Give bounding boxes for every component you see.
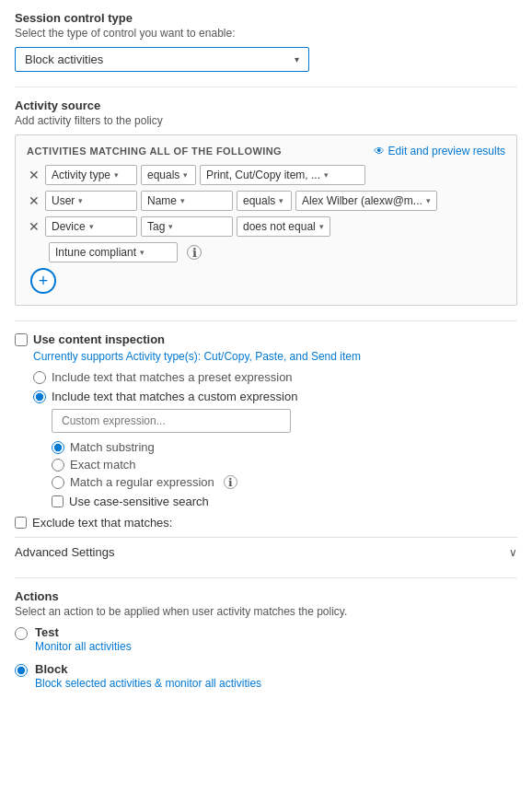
- filter-box-header: ACTIVITIES MATCHING ALL OF THE FOLLOWING…: [27, 145, 505, 157]
- exact-match-label[interactable]: Exact match: [70, 458, 136, 472]
- regex-info-icon: ℹ: [224, 475, 237, 489]
- content-type-radio-group: Include text that matches a preset expre…: [33, 370, 517, 508]
- action-radio-group: Test Monitor all activities Block Block …: [15, 625, 517, 690]
- action-block-content: Block Block selected activities & monito…: [35, 662, 261, 690]
- content-inspection-section: Use content inspection Currently support…: [15, 332, 517, 563]
- divider-3: [15, 577, 517, 578]
- match-substring-radio[interactable]: [52, 441, 64, 454]
- regex-match-label[interactable]: Match a regular expression: [70, 475, 214, 489]
- row2-col3-select[interactable]: equals ▾: [237, 191, 292, 211]
- filter-row-3-sub: Intune compliant ▾ ℹ: [49, 242, 505, 262]
- row3-col2-select[interactable]: Tag ▾: [141, 216, 233, 237]
- action-block-desc: Block selected activities & monitor all …: [35, 677, 261, 690]
- session-control-value: Block activities: [25, 52, 103, 66]
- content-inspection-checkbox-row: Use content inspection: [15, 332, 517, 346]
- action-test-row: Test Monitor all activities: [15, 625, 517, 653]
- filter-row-2: ✕ User ▾ Name ▾ equals ▾ Alex Wilber (al…: [27, 191, 505, 211]
- advanced-settings-toggle[interactable]: Advanced Settings ∨: [15, 537, 517, 563]
- session-control-chevron: ▾: [295, 54, 299, 64]
- action-block-label: Block: [35, 662, 261, 676]
- exclude-text-label[interactable]: Exclude text that matches:: [32, 516, 172, 530]
- remove-row-3-button[interactable]: ✕: [27, 220, 41, 233]
- filter-box: ACTIVITIES MATCHING ALL OF THE FOLLOWING…: [15, 134, 517, 306]
- match-substring-label[interactable]: Match substring: [70, 440, 155, 454]
- preset-label[interactable]: Include text that matches a preset expre…: [52, 370, 293, 384]
- activity-source-title: Activity source: [15, 99, 517, 112]
- row1-col1-select[interactable]: Activity type ▾: [45, 165, 137, 185]
- actions-desc: Select an action to be applied when user…: [15, 605, 517, 618]
- row2-col4-select[interactable]: Alex Wilber (alexw@m... ▾: [295, 191, 437, 211]
- content-inspection-checkbox[interactable]: [15, 333, 28, 346]
- custom-expression-input[interactable]: [52, 409, 291, 433]
- activity-source-desc: Add activity filters to the policy: [15, 114, 517, 127]
- divider-2: [15, 320, 517, 321]
- custom-radio[interactable]: [33, 390, 46, 403]
- regex-match-radio[interactable]: [52, 476, 64, 489]
- row3-intune-select[interactable]: Intune compliant ▾: [49, 242, 178, 262]
- row2-col1-select[interactable]: User ▾: [45, 191, 137, 211]
- preset-radio-row: Include text that matches a preset expre…: [33, 370, 517, 384]
- case-sensitive-label[interactable]: Use case-sensitive search: [69, 495, 209, 508]
- row1-col2-select[interactable]: equals ▾: [141, 165, 196, 185]
- remove-row-1-button[interactable]: ✕: [27, 169, 41, 181]
- info-icon: ℹ: [187, 245, 202, 260]
- session-control-desc: Select the type of control you want to e…: [15, 27, 517, 40]
- session-control-title: Session control type: [15, 11, 517, 25]
- session-control-select[interactable]: Block activities ▾: [15, 47, 309, 72]
- activity-source-section: Activity source Add activity filters to …: [15, 99, 517, 306]
- row3-col1-select[interactable]: Device ▾: [45, 216, 137, 237]
- remove-row-2-button[interactable]: ✕: [27, 194, 41, 207]
- exact-match-row: Exact match: [52, 458, 517, 472]
- exact-match-radio[interactable]: [52, 459, 64, 472]
- action-test-label: Test: [35, 625, 132, 639]
- content-inspection-label[interactable]: Use content inspection: [33, 332, 165, 346]
- eye-icon: 👁: [374, 145, 385, 157]
- actions-title: Actions: [15, 589, 517, 603]
- action-test-desc: Monitor all activities: [35, 640, 132, 653]
- match-label: ACTIVITIES MATCHING ALL OF THE FOLLOWING: [27, 146, 282, 157]
- row1-col3-select[interactable]: Print, Cut/Copy item, ... ▾: [200, 165, 365, 185]
- action-block-radio[interactable]: [15, 664, 28, 677]
- preset-radio[interactable]: [33, 371, 46, 384]
- filter-row-3: ✕ Device ▾ Tag ▾ does not equal ▾: [27, 216, 505, 237]
- divider-1: [15, 87, 517, 87]
- action-test-radio[interactable]: [15, 627, 28, 640]
- match-options-group: Match substring Exact match Match a regu…: [52, 440, 517, 489]
- row3-col3-select[interactable]: does not equal ▾: [237, 216, 330, 237]
- row2-col2-select[interactable]: Name ▾: [141, 191, 233, 211]
- exclude-text-row: Exclude text that matches:: [15, 516, 517, 530]
- case-sensitive-checkbox[interactable]: [52, 495, 64, 507]
- match-substring-row: Match substring: [52, 440, 517, 454]
- actions-section: Actions Select an action to be applied w…: [15, 589, 517, 690]
- add-filter-row-button[interactable]: +: [30, 268, 56, 294]
- session-control-section: Session control type Select the type of …: [15, 11, 517, 72]
- action-test-content: Test Monitor all activities: [35, 625, 132, 653]
- custom-label[interactable]: Include text that matches a custom expre…: [52, 390, 297, 403]
- case-sensitive-row: Use case-sensitive search: [52, 495, 517, 508]
- advanced-settings-label: Advanced Settings: [15, 545, 114, 559]
- edit-preview-button[interactable]: 👁 Edit and preview results: [374, 145, 505, 157]
- regex-match-row: Match a regular expression ℹ: [52, 475, 517, 489]
- exclude-text-checkbox[interactable]: [15, 517, 27, 529]
- custom-radio-row: Include text that matches a custom expre…: [33, 390, 517, 403]
- content-inspection-info: Currently supports Activity type(s): Cut…: [33, 350, 517, 363]
- filter-row-1: ✕ Activity type ▾ equals ▾ Print, Cut/Co…: [27, 165, 505, 185]
- advanced-settings-chevron: ∨: [509, 546, 517, 559]
- action-block-row: Block Block selected activities & monito…: [15, 662, 517, 690]
